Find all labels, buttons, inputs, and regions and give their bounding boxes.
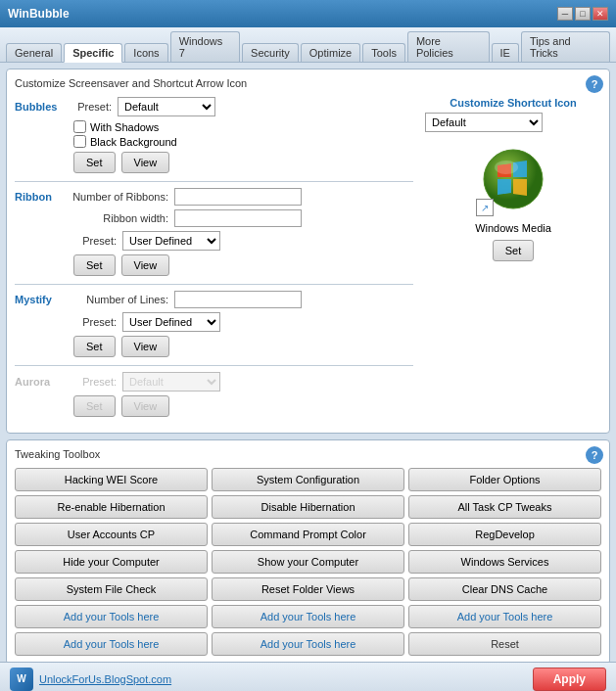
shortcut-arrow-icon: ↗ bbox=[476, 199, 494, 216]
num-ribbons-input[interactable] bbox=[174, 188, 302, 206]
site-link[interactable]: UnlockForUs.BlogSpot.com bbox=[39, 673, 171, 685]
hacking-wei-button[interactable]: Hacking WEI Score bbox=[15, 468, 208, 491]
aurora-view-button: View bbox=[121, 395, 170, 417]
system-file-check-button[interactable]: System File Check bbox=[15, 577, 208, 601]
black-background-checkbox[interactable] bbox=[73, 135, 86, 148]
ribbon-view-button[interactable]: View bbox=[121, 254, 170, 276]
screensaver-info-icon[interactable]: ? bbox=[586, 75, 603, 93]
icon-label: Windows Media bbox=[425, 222, 601, 234]
user-accounts-button[interactable]: User Accounts CP bbox=[15, 523, 208, 546]
aurora-btn-row: Set View bbox=[73, 395, 413, 417]
icon-display: ↗ bbox=[474, 140, 552, 218]
bubbles-row: Bubbles Preset: Default bbox=[15, 97, 413, 116]
command-prompt-color-button[interactable]: Command Prompt Color bbox=[212, 523, 404, 546]
preset-label: Preset: bbox=[69, 101, 118, 113]
black-background-label: Black Background bbox=[90, 136, 177, 148]
shortcut-select-row: Default bbox=[425, 113, 601, 132]
tab-ie[interactable]: IE bbox=[492, 43, 519, 62]
ribbon-width-input[interactable] bbox=[174, 209, 302, 227]
mystify-preset-label: Preset: bbox=[69, 316, 122, 328]
mystify-set-button[interactable]: Set bbox=[73, 336, 116, 357]
ribbon-preset-select[interactable]: User Defined bbox=[122, 231, 220, 251]
clear-dns-cache-button[interactable]: Clear DNS Cache bbox=[408, 577, 601, 601]
windows-services-button[interactable]: Windows Services bbox=[408, 550, 601, 574]
system-config-button[interactable]: System Configuration bbox=[212, 468, 404, 491]
folder-options-button[interactable]: Folder Options bbox=[408, 468, 601, 491]
tab-icons[interactable]: Icons bbox=[124, 43, 167, 62]
reset-folder-views-button[interactable]: Reset Folder Views bbox=[212, 577, 404, 601]
mystify-preset-row: Preset: User Defined bbox=[69, 312, 413, 332]
toolbox-title: Tweaking Toolbox bbox=[15, 448, 601, 460]
shortcut-header: Customize Shortcut Icon bbox=[425, 97, 601, 109]
tab-more-policies[interactable]: More Policies bbox=[407, 31, 490, 62]
close-button[interactable]: ✕ bbox=[592, 7, 608, 21]
num-lines-input[interactable] bbox=[174, 291, 302, 308]
screensaver-section: Bubbles Preset: Default With Shadows Bla… bbox=[15, 97, 601, 425]
ribbon-btn-row: Set View bbox=[73, 254, 413, 276]
with-shadows-row: With Shadows bbox=[73, 120, 413, 133]
toolbox-grid: Hacking WEI Score System Configuration F… bbox=[15, 468, 601, 656]
mystify-preset-select[interactable]: User Defined bbox=[122, 312, 220, 332]
bubbles-preset-select[interactable]: Default bbox=[118, 97, 215, 116]
add-tools-2-button[interactable]: Add your Tools here bbox=[212, 605, 404, 628]
ribbon-width-label: Ribbon width: bbox=[69, 212, 174, 224]
add-tools-5-button[interactable]: Add your Tools here bbox=[212, 632, 404, 656]
mystify-view-button[interactable]: View bbox=[121, 336, 170, 357]
shortcut-icon-panel: Customize Shortcut Icon Default bbox=[425, 97, 601, 425]
hide-computer-button[interactable]: Hide your Computer bbox=[15, 550, 208, 574]
site-logo: W bbox=[10, 668, 33, 691]
icon-set-button[interactable]: Set bbox=[493, 240, 535, 261]
all-task-cp-button[interactable]: All Task CP Tweaks bbox=[408, 495, 601, 519]
tab-tools[interactable]: Tools bbox=[362, 43, 405, 62]
bottombar-left: W UnlockForUs.BlogSpot.com bbox=[10, 668, 171, 691]
bubbles-checkboxes: With Shadows Black Background bbox=[73, 120, 413, 148]
app-title: WinBubble bbox=[8, 7, 70, 21]
apply-button[interactable]: Apply bbox=[533, 668, 606, 691]
mystify-btn-row: Set View bbox=[73, 336, 413, 357]
reenable-hibernation-button[interactable]: Re-enable Hibernation bbox=[15, 495, 208, 519]
disable-hibernation-button[interactable]: Disable Hibernation bbox=[212, 495, 404, 519]
main-content: Customize Screensaver and Shortcut Arrow… bbox=[0, 63, 616, 662]
tab-bar: General Specific Icons Windows 7 Securit… bbox=[0, 27, 616, 63]
maximize-button[interactable]: □ bbox=[575, 7, 591, 21]
aurora-section: Aurora Preset: Default Set View bbox=[15, 372, 413, 417]
regdevelop-button[interactable]: RegDevelop bbox=[408, 523, 601, 546]
ribbon-preset-row: Preset: User Defined bbox=[69, 231, 413, 251]
add-tools-4-button[interactable]: Add your Tools here bbox=[15, 632, 208, 656]
aurora-label: Aurora bbox=[15, 376, 69, 388]
reset-button[interactable]: Reset bbox=[408, 632, 601, 656]
window-controls: ─ □ ✕ bbox=[557, 7, 608, 21]
screensaver-title: Customize Screensaver and Shortcut Arrow… bbox=[15, 77, 601, 89]
black-background-row: Black Background bbox=[73, 135, 413, 148]
ribbon-row: Ribbon Number of Ribbons: bbox=[15, 188, 413, 206]
aurora-preset-label: Preset: bbox=[69, 376, 122, 388]
tab-specific[interactable]: Specific bbox=[64, 43, 122, 63]
show-computer-button[interactable]: Show your Computer bbox=[212, 550, 404, 574]
tab-optimize[interactable]: Optimize bbox=[301, 43, 360, 62]
minimize-button[interactable]: ─ bbox=[557, 7, 573, 21]
with-shadows-label: With Shadows bbox=[90, 121, 159, 133]
tab-tips[interactable]: Tips and Tricks bbox=[521, 31, 610, 62]
add-tools-1-button[interactable]: Add your Tools here bbox=[15, 605, 208, 628]
ribbon-preset-label: Preset: bbox=[69, 235, 122, 247]
ribbon-width-row: Ribbon width: bbox=[15, 209, 413, 227]
shortcut-preset-select[interactable]: Default bbox=[425, 113, 543, 132]
tab-general[interactable]: General bbox=[6, 43, 62, 62]
bubbles-view-button[interactable]: View bbox=[121, 152, 170, 173]
screensaver-left: Bubbles Preset: Default With Shadows Bla… bbox=[15, 97, 413, 425]
toolbox-info-icon[interactable]: ? bbox=[586, 446, 603, 464]
bubbles-set-button[interactable]: Set bbox=[73, 152, 116, 173]
tab-windows7[interactable]: Windows 7 bbox=[170, 31, 240, 62]
add-tools-3-button[interactable]: Add your Tools here bbox=[408, 605, 601, 628]
bubbles-btn-row: Set View bbox=[73, 152, 413, 173]
toolbox-panel: Tweaking Toolbox ? Hacking WEI Score Sys… bbox=[6, 439, 610, 662]
with-shadows-checkbox[interactable] bbox=[73, 120, 86, 133]
ribbon-set-button[interactable]: Set bbox=[73, 254, 116, 276]
aurora-preset-select: Default bbox=[122, 372, 220, 392]
titlebar: WinBubble ─ □ ✕ bbox=[0, 0, 616, 27]
screensaver-panel: Customize Screensaver and Shortcut Arrow… bbox=[6, 69, 610, 434]
mystify-label: Mystify bbox=[15, 294, 69, 305]
tab-security[interactable]: Security bbox=[242, 43, 299, 62]
mystify-row: Mystify Number of Lines: bbox=[15, 291, 413, 308]
aurora-row: Aurora Preset: Default bbox=[15, 372, 413, 392]
